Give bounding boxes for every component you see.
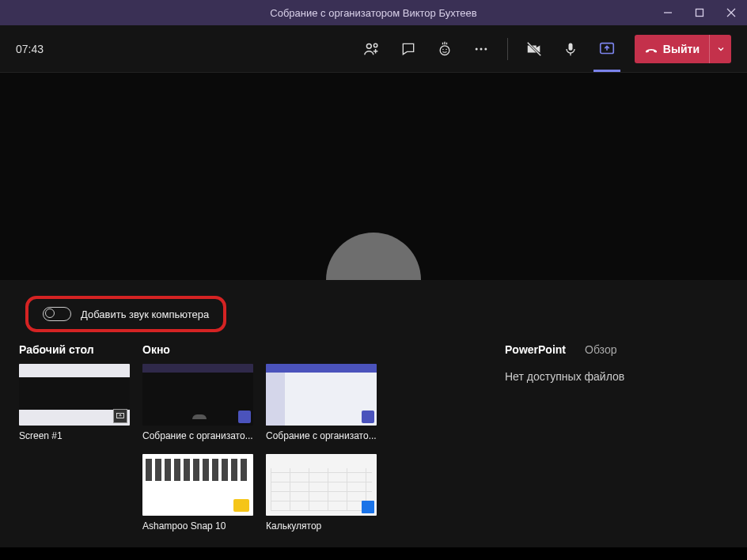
microphone-button[interactable]	[554, 32, 587, 66]
share-tray: Добавить звук компьютера Рабочий стол	[0, 280, 747, 547]
leave-main[interactable]: Выйти	[635, 35, 709, 63]
call-actions: Выйти	[355, 32, 731, 66]
thumb-snap[interactable]: Ashampoo Snap 10	[142, 454, 253, 532]
thumb-calc[interactable]: Калькулятор	[266, 454, 377, 532]
thumb-screen1-preview	[19, 364, 130, 426]
leave-button[interactable]: Выйти	[635, 35, 731, 63]
thumb-meeting2-label: Собрание с организато...	[266, 430, 377, 441]
more-button[interactable]	[465, 32, 498, 66]
share-button[interactable]	[590, 32, 624, 66]
app-window: Собрание с организатором Виктор Бухтеев …	[0, 0, 747, 560]
include-audio-toggle[interactable]	[43, 307, 71, 321]
svg-rect-16	[568, 43, 572, 50]
svg-point-5	[374, 44, 377, 47]
teams-icon	[362, 411, 374, 423]
thumb-screen1-label: Screen #1	[19, 430, 130, 441]
minimize-button[interactable]	[652, 0, 684, 25]
thumb-calc-preview	[266, 454, 377, 516]
title-bar: Собрание с организатором Виктор Бухтеев	[0, 0, 747, 25]
header-desktop: Рабочий стол	[19, 343, 130, 356]
thumb-meeting1-preview	[142, 364, 253, 426]
call-timer: 07:43	[16, 43, 44, 55]
no-files-message: Нет доступных файлов	[505, 370, 728, 383]
close-button[interactable]	[715, 0, 747, 25]
thumb-snap-preview	[142, 454, 253, 516]
header-browse[interactable]: Обзор	[585, 343, 616, 356]
svg-point-8	[440, 45, 449, 55]
svg-rect-1	[696, 9, 703, 17]
thumb-snap-label: Ashampoo Snap 10	[142, 520, 253, 532]
participant-avatar	[326, 233, 421, 280]
folder-icon	[233, 499, 249, 512]
window-title: Собрание с организатором Виктор Бухтеев	[270, 7, 476, 19]
svg-point-9	[442, 48, 444, 50]
video-area	[0, 73, 747, 280]
hangup-icon	[644, 42, 658, 56]
thumb-meeting1-label: Собрание с организато...	[142, 430, 253, 441]
window-controls	[652, 0, 747, 25]
maximize-button[interactable]	[684, 0, 715, 25]
svg-point-11	[476, 47, 478, 50]
teams-icon	[238, 411, 251, 423]
svg-point-4	[366, 44, 371, 48]
calc-icon	[362, 501, 374, 513]
svg-point-13	[484, 47, 487, 50]
toggle-knob	[45, 308, 55, 318]
toolbar-separator	[507, 38, 508, 60]
svg-point-10	[446, 48, 447, 50]
share-screen-icon	[113, 409, 127, 423]
participants-button[interactable]	[355, 32, 389, 66]
thumb-meeting2-preview	[266, 364, 377, 426]
reactions-button[interactable]	[428, 32, 461, 66]
include-audio-label: Добавить звук компьютера	[81, 308, 209, 320]
leave-chevron-button[interactable]	[709, 35, 731, 63]
call-toolbar: 07:43	[0, 25, 747, 73]
camera-button[interactable]	[518, 32, 551, 66]
thumb-calc-label: Калькулятор	[266, 520, 377, 532]
include-audio-toggle-highlight: Добавить звук компьютера	[25, 296, 226, 332]
header-powerpoint[interactable]: PowerPoint	[505, 343, 566, 356]
chevron-down-icon	[716, 44, 726, 54]
chat-button[interactable]	[392, 32, 425, 66]
leave-label: Выйти	[663, 43, 700, 55]
thumb-meeting1[interactable]: Собрание с организато...	[142, 364, 253, 441]
thumb-meeting2[interactable]: Собрание с организато...	[266, 364, 377, 441]
share-sources-left: Рабочий стол Screen #1	[19, 343, 486, 532]
share-sources-right: PowerPoint Обзор Нет доступных файлов	[505, 343, 728, 532]
svg-point-12	[480, 47, 482, 50]
header-window: Окно	[142, 343, 491, 356]
thumb-screen1[interactable]: Screen #1	[19, 364, 130, 441]
